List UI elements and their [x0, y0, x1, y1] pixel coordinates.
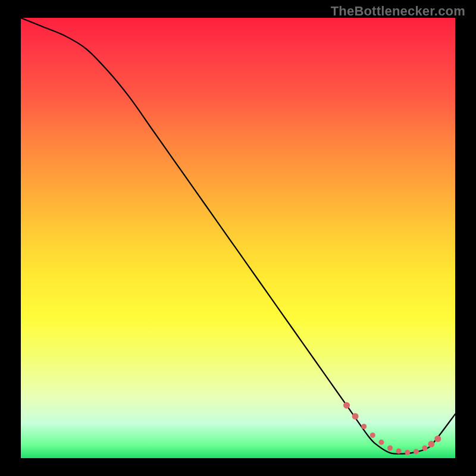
curve-marker [428, 441, 434, 447]
curve-marker [378, 440, 384, 445]
watermark-text: TheBottlenecker.com [331, 4, 465, 19]
plot-area [21, 18, 455, 458]
curve-marker [361, 424, 367, 429]
bottleneck-curve [21, 18, 455, 454]
curve-layer [21, 18, 455, 458]
curve-marker [370, 433, 375, 438]
curve-marker [396, 449, 402, 454]
curve-marker [387, 445, 393, 450]
curve-marker [434, 436, 441, 442]
curve-marker [352, 413, 359, 419]
curve-marker [343, 402, 350, 409]
curve-marker [422, 445, 427, 450]
marker-group [343, 402, 441, 455]
plot-frame [21, 18, 455, 458]
curve-marker [405, 450, 410, 455]
curve-marker [414, 449, 419, 454]
